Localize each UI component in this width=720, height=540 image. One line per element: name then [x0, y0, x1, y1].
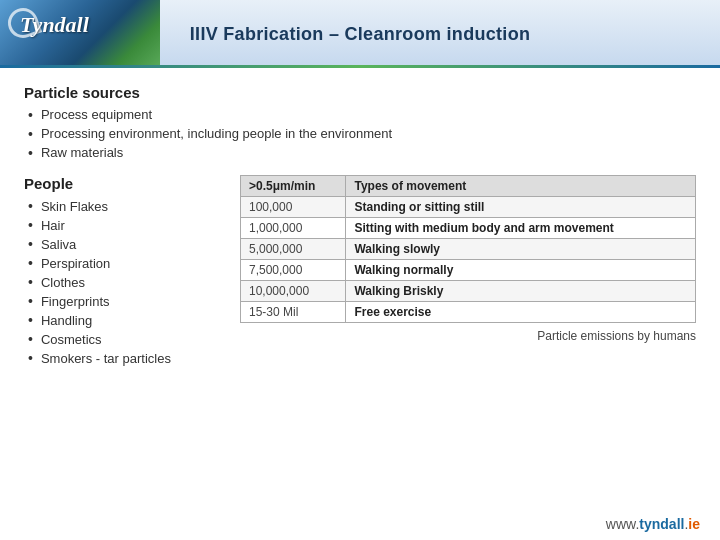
table-row: 7,500,000 Walking normally: [241, 260, 696, 281]
list-item: Cosmetics: [24, 331, 224, 347]
list-item: Saliva: [24, 236, 224, 252]
logo-text: Tyndall: [20, 12, 89, 38]
table-col1-header: >0.5μm/min: [241, 176, 346, 197]
list-item: Perspiration: [24, 255, 224, 271]
list-item: Handling: [24, 312, 224, 328]
list-item: Smokers - tar particles: [24, 350, 224, 366]
table-row: 15-30 Mil Free exercise: [241, 302, 696, 323]
table-row: 1,000,000 Sitting with medium body and a…: [241, 218, 696, 239]
list-item: Process equipment: [24, 107, 696, 123]
list-item: Clothes: [24, 274, 224, 290]
header-title: IIIV Fabrication – Cleanroom induction: [160, 24, 720, 45]
list-item: Skin Flakes: [24, 198, 224, 214]
list-item: Processing environment, including people…: [24, 126, 696, 142]
particle-sources-list: Process equipment Processing environment…: [24, 107, 696, 161]
emissions-table: >0.5μm/min Types of movement 100,000 Sta…: [240, 175, 696, 323]
table-col2-header: Types of movement: [346, 176, 696, 197]
list-item: Fingerprints: [24, 293, 224, 309]
table-row: 10,000,000 Walking Briskly: [241, 281, 696, 302]
footer-ie: ie: [688, 516, 700, 532]
footer: www.tyndall.ie: [606, 516, 700, 532]
logo-area: Tyndall: [0, 0, 160, 68]
two-column-layout: People Skin Flakes Hair Saliva Perspirat…: [24, 175, 696, 369]
table-column: >0.5μm/min Types of movement 100,000 Sta…: [240, 175, 696, 369]
main-content: Particle sources Process equipment Proce…: [0, 68, 720, 379]
particle-sources-title: Particle sources: [24, 84, 696, 101]
header-line: [0, 65, 720, 68]
footer-www: www.: [606, 516, 639, 532]
footer-tyndall: tyndall: [639, 516, 684, 532]
header: Tyndall IIIV Fabrication – Cleanroom ind…: [0, 0, 720, 68]
people-column: People Skin Flakes Hair Saliva Perspirat…: [24, 175, 224, 369]
table-caption: Particle emissions by humans: [240, 329, 696, 343]
table-row: 5,000,000 Walking slowly: [241, 239, 696, 260]
people-title: People: [24, 175, 224, 192]
list-item: Raw materials: [24, 145, 696, 161]
table-row: 100,000 Standing or sitting still: [241, 197, 696, 218]
people-list: Skin Flakes Hair Saliva Perspiration Clo…: [24, 198, 224, 366]
list-item: Hair: [24, 217, 224, 233]
